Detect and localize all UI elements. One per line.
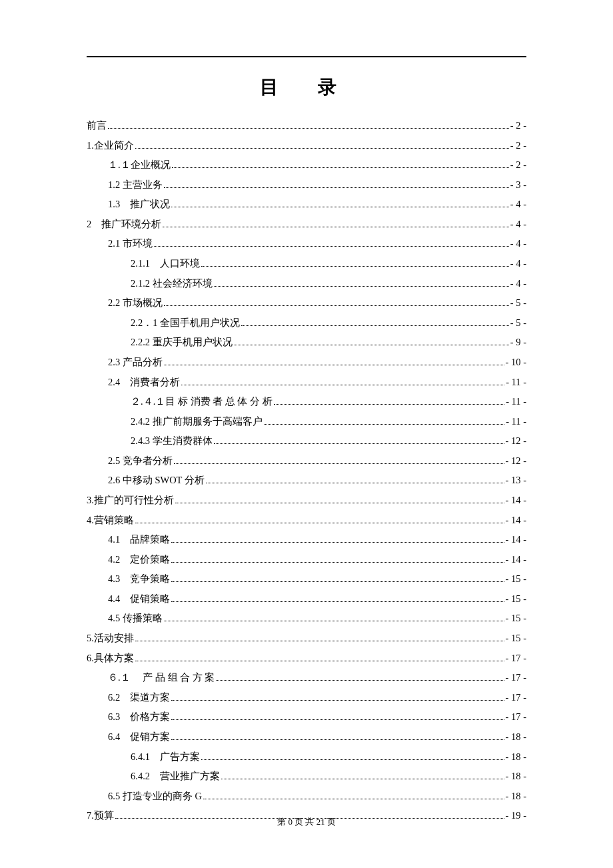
toc-leader-dots	[164, 305, 509, 306]
toc-entry: 6.5 打造专业的商务 G- 18 -	[87, 787, 526, 807]
toc-entry-label: 2.3 产品分析	[108, 353, 163, 373]
toc-entry-page: - 9 -	[510, 333, 526, 353]
toc-leader-dots	[135, 641, 504, 641]
toc-entry-label: 1.企业简介	[87, 136, 134, 156]
toc-entry-label: 2 推广环境分析	[87, 215, 161, 235]
toc-leader-dots	[234, 345, 509, 345]
toc-entry: 1.3 推广状况- 4 -	[87, 195, 526, 215]
toc-entry-page: - 18 -	[506, 787, 526, 807]
toc-leader-dots	[171, 542, 504, 543]
toc-leader-dots	[135, 661, 504, 661]
toc-leader-dots	[175, 503, 504, 503]
toc-entry-label: 6.4 促销方案	[108, 727, 170, 747]
toc-entry-label: 2.4.2 推广前期服务于高端客户	[131, 412, 263, 432]
toc-entry: 2.2 市场概况- 5 -	[87, 293, 526, 313]
toc-entry: 2.3 产品分析- 10 -	[87, 353, 526, 373]
toc-entry: ６.１ 产 品 组 合 方 案- 17 -	[87, 668, 526, 688]
toc-entry: 6.4 促销方案- 18 -	[87, 727, 526, 747]
page-footer: 第 0 页 共 21 页	[0, 816, 613, 828]
toc-entry: 2.4 消费者分析- 11 -	[87, 373, 526, 393]
toc-entry-label: 6.具体方案	[87, 649, 134, 669]
toc-leader-dots	[135, 523, 504, 523]
toc-entry: 6.具体方案- 17 -	[87, 649, 526, 669]
toc-entry-label: 2.1.1 人口环境	[131, 254, 200, 274]
toc-leader-dots	[171, 700, 504, 701]
toc-entry-label: 2.4 消费者分析	[108, 373, 180, 393]
toc-entry-label: 1.2 主营业务	[108, 175, 163, 195]
toc-entry: 2 推广环境分析- 4 -	[87, 215, 526, 235]
toc-entry-label: 3.推广的可行性分析	[87, 491, 174, 511]
toc-entry-label: 2.5 竞争者分析	[108, 451, 173, 471]
toc-leader-dots	[201, 759, 504, 760]
table-of-contents: 前言- 2 -1.企业简介- 2 -１.１企业概况- 2 -1.2 主营业务- …	[87, 116, 526, 826]
toc-entry-label: 6.4.1 广告方案	[131, 747, 200, 767]
toc-entry-page: - 17 -	[506, 649, 526, 669]
toc-entry: 4.4 促销策略- 15 -	[87, 589, 526, 609]
toc-entry-page: - 13 -	[506, 471, 526, 491]
toc-entry-page: - 11 -	[506, 412, 526, 432]
toc-leader-dots	[201, 266, 509, 267]
toc-leader-dots	[174, 463, 504, 464]
toc-entry-page: - 2 -	[510, 116, 526, 136]
toc-entry-page: - 4 -	[510, 254, 526, 274]
toc-entry: 2.1 市环境- 4 -	[87, 234, 526, 254]
toc-leader-dots	[241, 325, 509, 326]
toc-entry: 5.活动安排- 15 -	[87, 629, 526, 649]
toc-entry-page: - 10 -	[506, 353, 526, 373]
toc-entry-page: - 3 -	[510, 175, 526, 195]
toc-entry-page: - 15 -	[506, 629, 526, 649]
toc-entry-page: - 14 -	[506, 550, 526, 570]
toc-leader-dots	[214, 286, 509, 287]
toc-entry-label: 6.5 打造专业的商务 G	[108, 787, 202, 807]
toc-entry: 前言- 2 -	[87, 116, 526, 136]
toc-entry-label: 4.营销策略	[87, 511, 134, 531]
toc-entry-page: - 17 -	[506, 688, 526, 708]
toc-entry-label: 4.1 品牌策略	[108, 530, 170, 550]
toc-leader-dots	[135, 148, 509, 149]
toc-entry: 6.3 价格方案- 17 -	[87, 707, 526, 727]
toc-title: 目 录	[87, 75, 526, 100]
top-divider	[87, 56, 526, 57]
toc-leader-dots	[264, 424, 505, 425]
toc-entry: 6.2 渠道方案- 17 -	[87, 688, 526, 708]
toc-entry-label: 6.2 渠道方案	[108, 688, 170, 708]
toc-entry-page: - 2 -	[510, 136, 526, 156]
toc-entry-label: １.１企业概况	[108, 155, 171, 175]
toc-entry-label: 4.2 定价策略	[108, 550, 170, 570]
toc-entry-label: 2.1 市环境	[108, 234, 153, 254]
toc-leader-dots	[171, 719, 504, 720]
toc-leader-dots	[214, 443, 504, 444]
toc-leader-dots	[216, 680, 504, 681]
toc-leader-dots	[164, 621, 504, 621]
toc-leader-dots	[203, 799, 504, 799]
toc-entry: 4.1 品牌策略- 14 -	[87, 530, 526, 550]
toc-entry: ２.４.１目 标 消费 者 总 体 分 析- 11 -	[87, 392, 526, 412]
toc-entry-label: 2.1.2 社会经济环境	[131, 274, 213, 294]
toc-entry: 1.2 主营业务- 3 -	[87, 175, 526, 195]
toc-entry-page: - 15 -	[506, 609, 526, 629]
toc-entry-label: 6.4.2 营业推广方案	[131, 767, 220, 787]
toc-entry-label: 4.4 促销策略	[108, 589, 170, 609]
toc-entry-page: - 14 -	[506, 530, 526, 550]
toc-entry-page: - 4 -	[510, 215, 526, 235]
toc-entry-label: 2.6 中移动 SWOT 分析	[108, 471, 205, 491]
toc-entry-page: - 15 -	[506, 569, 526, 589]
toc-entry: 3.推广的可行性分析- 14 -	[87, 491, 526, 511]
toc-entry: 2.1.1 人口环境- 4 -	[87, 254, 526, 274]
toc-entry-label: 4.3 竞争策略	[108, 569, 170, 589]
toc-entry-label: 2.2．1 全国手机用户状况	[131, 313, 240, 333]
toc-entry-page: - 17 -	[506, 668, 526, 688]
toc-entry-page: - 12 -	[506, 451, 526, 471]
toc-leader-dots	[274, 404, 505, 405]
toc-entry-page: - 11 -	[506, 392, 526, 412]
toc-entry-page: - 4 -	[510, 234, 526, 254]
page-content: 目 录 前言- 2 -1.企业简介- 2 -１.１企业概况- 2 -1.2 主营…	[0, 0, 613, 826]
toc-entry: 4.3 竞争策略- 15 -	[87, 569, 526, 589]
toc-leader-dots	[221, 779, 504, 779]
toc-leader-dots	[164, 365, 504, 365]
toc-entry-page: - 2 -	[510, 155, 526, 175]
toc-entry-label: ２.４.１目 标 消费 者 总 体 分 析	[131, 392, 273, 412]
toc-entry-label: 2.2.2 重庆手机用户状况	[131, 333, 233, 353]
toc-entry: 6.4.2 营业推广方案- 18 -	[87, 767, 526, 787]
toc-entry: 4.营销策略- 14 -	[87, 511, 526, 531]
